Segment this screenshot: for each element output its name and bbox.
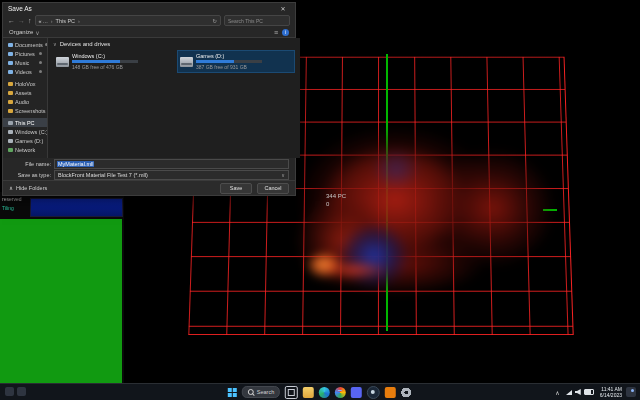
dialog-nav-row: ← → ↑ « ... › This PC › ↻ Search This PC (3, 14, 295, 27)
up-icon[interactable]: ↑ (28, 17, 32, 24)
clock[interactable]: 11:41 AM 6/14/2023 (600, 386, 622, 398)
start-icon[interactable] (228, 388, 237, 397)
search-placeholder: Search This PC (228, 18, 263, 24)
sidebar-item-holovox[interactable]: HoloVox (3, 79, 47, 88)
drive-name: Windows (C:) (72, 53, 138, 59)
folder-icon (8, 43, 13, 47)
desktop-peek-icon[interactable] (17, 387, 26, 396)
viewport-stats: 344 PC 0 (326, 192, 346, 208)
wifi-icon (566, 390, 572, 395)
sidebar-item-this-pc[interactable]: This PC (3, 118, 47, 127)
system-tray[interactable] (564, 389, 596, 395)
panel-label-tiling: Tiling (2, 205, 14, 211)
paint-app-icon[interactable] (385, 387, 396, 398)
folder-icon (8, 109, 13, 113)
folder-icon (8, 100, 13, 104)
cancel-button[interactable]: Cancel (257, 183, 289, 194)
taskbar-search[interactable]: Search (242, 386, 280, 398)
sidebar-item-network[interactable]: Network (3, 145, 47, 154)
blue-color-swatch[interactable] (30, 198, 123, 217)
taskbar-search-label: Search (257, 389, 274, 395)
sidebar-item-documents[interactable]: Documents (3, 40, 47, 49)
panel-label: reserved (2, 196, 21, 202)
search-icon (248, 389, 254, 395)
steam-icon[interactable] (367, 386, 380, 399)
forward-icon[interactable]: → (18, 17, 25, 24)
sidebar-item-music[interactable]: Music (3, 58, 47, 67)
sidebar-item-pictures[interactable]: Pictures (3, 49, 47, 58)
folder-icon (8, 82, 13, 86)
notification-button[interactable] (626, 387, 636, 397)
sidebar-item-screenshots[interactable]: Screenshots (3, 106, 47, 115)
sidebar-item-videos[interactable]: Videos (3, 67, 47, 76)
drive-tile-windows-c[interactable]: Windows (C:) 148 GB free of 476 GB (53, 50, 171, 73)
file-explorer-icon[interactable] (303, 387, 314, 398)
breadcrumb-caret-icon: › (78, 18, 80, 24)
savetype-dropdown[interactable]: BlockFront Material File Test 7 (*.mll) … (54, 170, 289, 180)
computer-icon (8, 121, 13, 125)
tray-chevron-icon[interactable]: ∧ (555, 389, 559, 396)
drive-usage-bar (196, 60, 262, 63)
chevron-up-icon: ∧ (9, 185, 13, 191)
sidebar-item-windows-c[interactable]: Windows (C:) (3, 127, 47, 136)
discord-icon[interactable] (351, 387, 362, 398)
dialog-file-area[interactable]: ∨ Devices and drives Windows (C:) 148 GB… (48, 38, 300, 158)
hide-folders-button[interactable]: ∧ Hide Folders (9, 185, 47, 191)
network-icon (8, 148, 13, 152)
sidebar-item-label: Screenshots (15, 108, 46, 114)
close-icon[interactable]: ✕ (276, 5, 290, 12)
mesh-blue-highlight (372, 148, 420, 190)
view-options-icon[interactable]: ≡ (274, 29, 278, 36)
refresh-icon[interactable]: ↻ (212, 18, 217, 24)
breadcrumb-this-pc[interactable]: This PC (56, 18, 76, 24)
sidebar-item-label: Assets (15, 90, 32, 96)
viewport-stat-line: 344 PC (326, 192, 346, 200)
settings-icon[interactable] (401, 387, 412, 398)
viewport-stat-line: 0 (326, 200, 346, 208)
search-input[interactable]: Search This PC (224, 15, 290, 26)
organize-button[interactable]: Organize (9, 29, 33, 35)
sidebar-item-assets[interactable]: Assets (3, 88, 47, 97)
drive-icon (180, 57, 193, 67)
drive-name: Games (D:) (196, 53, 262, 59)
left-tool-panel: reserved Tiling (0, 192, 124, 384)
filename-label: File name: (9, 161, 51, 167)
sidebar-item-label: Pictures (15, 51, 35, 57)
sidebar-item-label: Videos (15, 69, 32, 75)
sidebar-item-label: HoloVox (15, 81, 36, 87)
dialog-footer: ∧ Hide Folders Save Cancel (3, 180, 295, 195)
breadcrumb-prefix[interactable]: « ... (39, 18, 48, 24)
green-preview-swatch[interactable] (0, 219, 122, 384)
pin-icon (39, 61, 42, 64)
filename-row: File name: MyMaterial.mll (3, 158, 295, 169)
browser-icon[interactable] (335, 387, 346, 398)
edge-icon[interactable] (319, 387, 330, 398)
section-header[interactable]: ∨ Devices and drives (53, 41, 295, 47)
drive-tile-games-d[interactable]: Games (D:) 387 GB free of 931 GB (177, 50, 295, 73)
section-header-label: Devices and drives (60, 41, 111, 47)
folder-icon (8, 52, 13, 56)
widgets-icon[interactable] (5, 387, 14, 396)
mesh-red-rim (318, 260, 390, 280)
sidebar-item-games-d[interactable]: Games (D:) (3, 136, 47, 145)
savetype-label: Save as type: (9, 172, 51, 178)
dialog-titlebar[interactable]: Save As ✕ (3, 3, 295, 14)
folder-icon (8, 91, 13, 95)
address-bar[interactable]: « ... › This PC › ↻ (35, 15, 222, 26)
folder-icon (8, 70, 13, 74)
pin-icon (39, 70, 42, 73)
sidebar-item-label: This PC (15, 120, 35, 126)
info-icon[interactable]: i (282, 29, 289, 36)
sidebar-item-label: Audio (15, 99, 29, 105)
drive-usage-bar (72, 60, 138, 63)
folder-icon (8, 61, 13, 65)
sidebar-item-label: Windows (C:) (15, 129, 48, 135)
sidebar-item-audio[interactable]: Audio (3, 97, 47, 106)
savetype-value: BlockFront Material File Test 7 (*.mll) (58, 172, 148, 178)
task-view-icon[interactable] (285, 386, 298, 399)
back-icon[interactable]: ← (8, 17, 15, 24)
save-button[interactable]: Save (220, 183, 252, 194)
filename-input[interactable]: MyMaterial.mll (54, 159, 289, 169)
chevron-down-icon: ∨ (35, 29, 39, 36)
taskbar: Search ∧ 11:41 AM 6/14/2023 (0, 383, 640, 400)
